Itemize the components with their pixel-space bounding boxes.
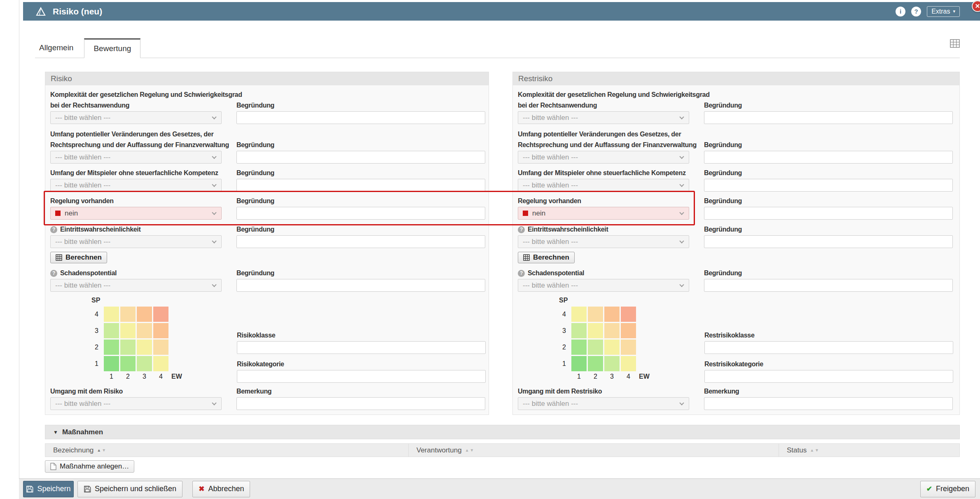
eintritt-begruendung-input[interactable] (236, 235, 485, 248)
umgang-label: Umgang mit dem Risiko (50, 386, 236, 397)
mitspieler-select[interactable]: --- bitte wählen --- (50, 179, 222, 192)
umfang-veraenderungen-select[interactable]: --- bitte wählen --- (50, 151, 222, 164)
umgang-select[interactable]: --- bitte wählen --- (50, 397, 222, 410)
mitspieler-begruendung-input[interactable] (236, 179, 485, 192)
help-icon[interactable]: ? (50, 226, 57, 233)
begruendung-label: Begründung (236, 168, 485, 178)
close-button[interactable]: ✕ (972, 0, 980, 12)
berechnen-button[interactable]: Berechnen (50, 252, 107, 263)
rest-komplexitaet-begruendung-input[interactable] (704, 111, 953, 124)
help-icon[interactable]: ? (518, 226, 525, 233)
matrix-row-label: 2 (557, 340, 570, 355)
umgang-bemerkung-input[interactable] (236, 397, 485, 410)
cancel-x-icon: ✖ (199, 485, 204, 493)
help-icon[interactable]: ? (911, 7, 921, 16)
komplexitaet-begruendung-input[interactable] (236, 111, 485, 124)
rest-umfang-veraenderungen-begruendung-input[interactable] (704, 151, 953, 164)
chevron-down-icon (212, 154, 216, 159)
massnahmen-title: Maßnahmen (62, 428, 103, 436)
rest-eintritt-select[interactable]: --- bitte wählen --- (518, 235, 689, 248)
risikoklasse-input[interactable] (237, 341, 486, 354)
risikokategorie-input[interactable] (237, 370, 486, 383)
rest-schaden-select[interactable]: --- bitte wählen --- (518, 279, 689, 292)
regelung-begruendung-input[interactable] (236, 207, 485, 220)
komplexitaet-label: Komplexität der gesetzlichen Regelung un… (50, 89, 236, 111)
sort-icons: ▲▼ (810, 448, 819, 452)
begruendung-label: Begründung (236, 268, 485, 279)
begruendung-label: Begründung (236, 100, 485, 111)
eintritt-select[interactable]: --- bitte wählen --- (50, 235, 222, 248)
tab-allgemein[interactable]: Allgemein (35, 38, 77, 58)
schaden-select[interactable]: --- bitte wählen --- (50, 279, 222, 292)
save-icon (84, 485, 91, 493)
massnahmen-table-header: Bezeichnung ▲▼ Verantwortung ▲▼ Status ▲… (45, 443, 960, 457)
rest-regelung-select[interactable]: nein (518, 207, 689, 220)
matrix-cell-sp4-ew2 (120, 307, 136, 322)
column-header-verantwortung[interactable]: Verantwortung ▲▼ (408, 444, 779, 457)
help-icon[interactable]: ? (518, 270, 525, 277)
rest-regelung-begruendung-input[interactable] (704, 207, 953, 220)
rest-umgang-select[interactable]: --- bitte wählen --- (518, 397, 689, 410)
footer-bar: Speichern Speichern und schließen ✖ Abbr… (19, 478, 980, 499)
matrix-cell-sp2-ew1 (571, 340, 587, 355)
chevron-down-icon (679, 115, 684, 119)
rest-field-umfang-veraenderungen: Umfang potentieller Veränderungen des Ge… (518, 129, 954, 164)
matrix-cell-sp4-ew4 (621, 307, 636, 322)
abbrechen-button[interactable]: ✖ Abbrechen (192, 481, 250, 497)
massnahme-anlegen-button[interactable]: Maßnahme anlegen… (45, 460, 134, 473)
komplexitaet-select[interactable]: --- bitte wählen --- (50, 111, 222, 124)
layout-grid-icon[interactable] (950, 39, 960, 49)
begruendung-label: Begründung (704, 168, 953, 178)
restrisikoklasse-input[interactable] (704, 341, 953, 354)
field-eintritt: ? Eintrittswahrscheinlichkeit --- bitte … (50, 224, 483, 248)
restrisikokategorie-input[interactable] (704, 370, 953, 383)
speichern-schliessen-button[interactable]: Speichern und schließen (77, 481, 182, 497)
column-header-status[interactable]: Status ▲▼ (779, 444, 959, 457)
matrix-cell-sp2-ew2 (588, 340, 603, 355)
page-left-divider (19, 0, 19, 499)
rest-field-komplexitaet: Komplexität der gesetzlichen Regelung un… (518, 89, 954, 124)
schaden-begruendung-input[interactable] (236, 279, 485, 292)
chevron-down-icon (679, 401, 684, 405)
field-umgang: Umgang mit dem Risiko --- bitte wählen -… (50, 386, 483, 410)
risikoklasse-label: Risikoklasse (237, 330, 486, 341)
help-icon[interactable]: ? (50, 270, 57, 277)
freigeben-button[interactable]: ✔ Freigeben (920, 481, 975, 497)
matrix-row-label: 2 (89, 340, 103, 355)
speichern-button[interactable]: Speichern (23, 481, 74, 497)
rest-field-schaden: ? Schadenspotential --- bitte wählen ---… (518, 268, 954, 292)
begruendung-label: Begründung (236, 224, 485, 235)
tab-bewertung[interactable]: Bewertung (84, 38, 140, 58)
header-actions: i ? Extras ▾ (896, 2, 960, 21)
matrix-cell-sp2-ew4 (153, 340, 168, 355)
matrix-cell-sp3-ew3 (137, 323, 152, 338)
field-schaden: ? Schadenspotential --- bitte wählen ---… (50, 268, 483, 292)
chevron-down-icon (212, 210, 216, 215)
rest-mitspieler-begruendung-input[interactable] (704, 179, 953, 192)
umfang-veraenderungen-label: Umfang potentieller Veränderungen des Ge… (50, 129, 236, 150)
rest-field-eintritt: ? Eintrittswahrscheinlichkeit --- bitte … (518, 224, 954, 248)
column-header-bezeichnung[interactable]: Bezeichnung ▲▼ (45, 444, 408, 457)
matrix-cell-sp1-ew4 (153, 356, 168, 371)
rest-schaden-label: Schadenspotential (528, 268, 584, 279)
rest-berechnen-button[interactable]: Berechnen (518, 252, 575, 263)
panel-title-text: Restrisiko (518, 74, 552, 83)
rest-komplexitaet-select[interactable]: --- bitte wählen --- (518, 111, 689, 124)
chevron-down-icon (679, 154, 684, 159)
info-icon[interactable]: i (896, 7, 905, 16)
panel-title-text: Risiko (51, 74, 72, 83)
rest-eintritt-begruendung-input[interactable] (704, 235, 953, 248)
begruendung-label: Begründung (236, 196, 485, 206)
extras-button[interactable]: Extras ▾ (927, 6, 960, 17)
umfang-veraenderungen-begruendung-input[interactable] (236, 151, 485, 164)
rest-umgang-bemerkung-input[interactable] (704, 397, 953, 410)
massnahmen-header[interactable]: ▼ Maßnahmen (45, 425, 960, 439)
matrix-cell-sp2-ew2 (120, 340, 136, 355)
regelung-select[interactable]: nein (50, 207, 222, 220)
rest-mitspieler-select[interactable]: --- bitte wählen --- (518, 179, 689, 192)
chevron-down-icon (212, 282, 216, 287)
begruendung-label: Begründung (704, 196, 953, 206)
sp-axis-label: SP (559, 295, 954, 306)
rest-umfang-veraenderungen-select[interactable]: --- bitte wählen --- (518, 151, 689, 164)
rest-schaden-begruendung-input[interactable] (704, 279, 953, 292)
